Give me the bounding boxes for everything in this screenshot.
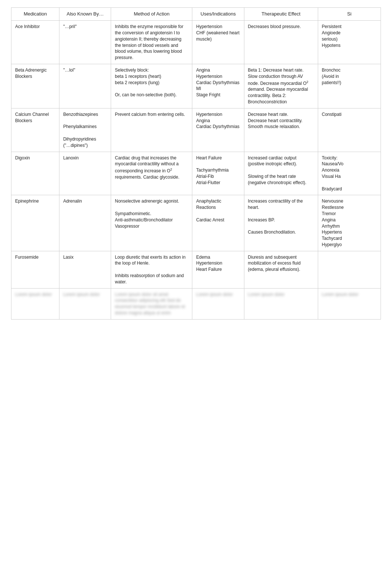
table-cell: Beta Adrenergic Blockers — [11, 64, 59, 108]
table-cell: Beta 1: Decrease heart rate. Slow conduc… — [244, 64, 318, 108]
table-row: EpinephrineAdrenalinNonselective adrener… — [11, 195, 381, 251]
table-cell: Decrease heart rate.Decrease heart contr… — [244, 108, 318, 152]
table-row: Beta Adrenergic Blockers"…lol"Selectivel… — [11, 64, 381, 108]
table-cell: NervousneRestlessneTremorAnginaArrhythmH… — [318, 195, 381, 251]
table-cell: "…pril" — [59, 21, 111, 64]
table-cell: Lasix — [59, 251, 111, 288]
header-medication: Medication — [11, 8, 59, 21]
table-cell: Lorem ipsum dolor — [318, 288, 381, 319]
table-cell: Lorem ipsum dolor — [244, 288, 318, 319]
table-cell: Increased cardiac output (positive inotr… — [244, 152, 318, 195]
table-cell: Prevent calcium from entering cells. — [111, 108, 192, 152]
table-cell: AnginaHypertensionCardiac DysrhythmiasMI… — [192, 64, 244, 108]
table-cell: Lorem ipsum dolor — [192, 288, 244, 319]
table-cell: HypertensionAnginaCardiac Dysrhythmias — [192, 108, 244, 152]
table-cell — [318, 251, 381, 288]
table-cell: Cardiac drug that increases the myocardi… — [111, 152, 192, 195]
table-cell: Decreases blood pressure. — [244, 21, 318, 64]
table-cell: Digoxin — [11, 152, 59, 195]
table-row: Calcium Channel BlockersBenzothiazepines… — [11, 108, 381, 152]
table-cell: Lorem ipsum dolor — [11, 288, 59, 319]
table-cell: Furosemide — [11, 251, 59, 288]
table-cell: Bronchoc(Avoid inpatients!!) — [318, 64, 381, 108]
header-uses: Uses/Indications — [192, 8, 244, 21]
table-cell: Calcium Channel Blockers — [11, 108, 59, 152]
table-row: DigoxinLanoxinCardiac drug that increase… — [11, 152, 381, 195]
table-cell: Inhibits the enzyme responsible for the … — [111, 21, 192, 64]
table-cell: Ace Inhibitor — [11, 21, 59, 64]
table-cell: Heart FailureTachyarrhythmiaAtrial-FibAt… — [192, 152, 244, 195]
table-cell: HypertensionCHF (weakened heart muscle) — [192, 21, 244, 64]
table-cell: Increases contractility of the heart.Inc… — [244, 195, 318, 251]
table-cell: Selectively block:beta 1 receptors (hear… — [111, 64, 192, 108]
table-row: FurosemideLasixLoop diuretic that exerts… — [11, 251, 381, 288]
table-cell: Constipati — [318, 108, 381, 152]
medication-table: Medication Also Known By… Method of Acti… — [11, 7, 381, 320]
table-cell: Adrenalin — [59, 195, 111, 251]
header-therapeutic: Therapeutic Effect — [244, 8, 318, 21]
table-cell: Loop diuretic that exerts its action in … — [111, 251, 192, 288]
table-cell: Epinephrine — [11, 195, 59, 251]
table-header-row: Medication Also Known By… Method of Acti… — [11, 8, 381, 21]
table-cell: BenzothiazepinesPhenylalkaminesDihydropy… — [59, 108, 111, 152]
table-cell: Lanoxin — [59, 152, 111, 195]
table-cell: Anaphylactic ReactionsCardiac Arrest — [192, 195, 244, 251]
table-cell: Diuresis and subsequent mobilization of … — [244, 251, 318, 288]
table-row: Lorem ipsum dolorLorem ipsum dolorLorem … — [11, 288, 381, 319]
table-cell: EdemaHypertensionHeart Failure — [192, 251, 244, 288]
page: Medication Also Known By… Method of Acti… — [0, 0, 392, 576]
table-cell: PersistentAngioedeserious)Hypotens — [318, 21, 381, 64]
header-side: Si — [318, 8, 381, 21]
table-cell: Lorem ipsum dolor — [59, 288, 111, 319]
table-cell: "…lol" — [59, 64, 111, 108]
table-cell: Lorem ipsum dolor sit amet consectetur a… — [111, 288, 192, 319]
header-method: Method of Action — [111, 8, 192, 21]
header-also-known: Also Known By… — [59, 8, 111, 21]
table-row: Ace Inhibitor"…pril"Inhibits the enzyme … — [11, 21, 381, 64]
table-cell: Toxicity:Nausea/VoAnorexiaVisual HaBrady… — [318, 152, 381, 195]
table-cell: Nonselective adrenergic agonist.Sympatho… — [111, 195, 192, 251]
